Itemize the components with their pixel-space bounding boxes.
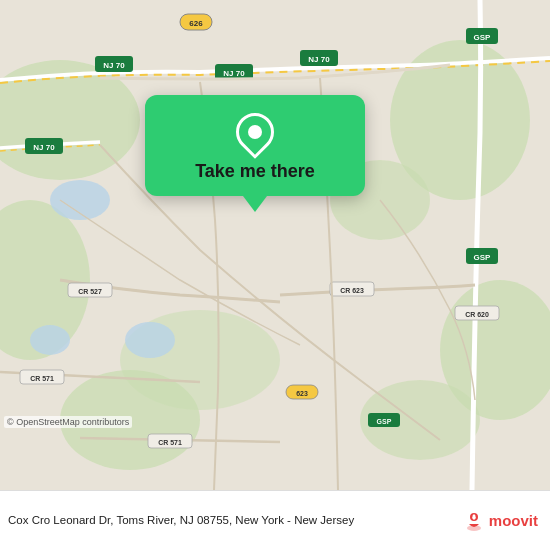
- map-container: NJ 70 NJ 70 NJ 70 NJ 70 GSP GSP 626 CR 5…: [0, 0, 550, 490]
- svg-text:626: 626: [189, 19, 203, 28]
- bottom-bar: Cox Cro Leonard Dr, Toms River, NJ 08755…: [0, 490, 550, 550]
- popup-label[interactable]: Take me there: [195, 161, 315, 182]
- location-pin: [228, 105, 282, 159]
- svg-text:GSP: GSP: [474, 253, 492, 262]
- svg-text:CR 527: CR 527: [78, 288, 102, 295]
- svg-text:NJ 70: NJ 70: [33, 143, 55, 152]
- svg-text:CR 620: CR 620: [465, 311, 489, 318]
- svg-text:NJ 70: NJ 70: [223, 69, 245, 78]
- svg-point-10: [125, 322, 175, 358]
- pin-inner: [248, 125, 262, 139]
- svg-text:CR 623: CR 623: [340, 287, 364, 294]
- svg-point-11: [30, 325, 70, 355]
- map-popup[interactable]: Take me there: [145, 95, 365, 196]
- moovit-text: moovit: [489, 512, 538, 529]
- svg-text:CR 571: CR 571: [158, 439, 182, 446]
- svg-text:NJ 70: NJ 70: [103, 61, 125, 70]
- svg-text:GSP: GSP: [377, 418, 392, 425]
- moovit-icon: [463, 510, 485, 532]
- svg-text:GSP: GSP: [474, 33, 492, 42]
- moovit-logo: moovit: [463, 510, 538, 532]
- svg-text:623: 623: [296, 390, 308, 397]
- map-attribution: © OpenStreetMap contributors: [4, 416, 132, 428]
- svg-text:NJ 70: NJ 70: [308, 55, 330, 64]
- svg-text:CR 571: CR 571: [30, 375, 54, 382]
- address-text: Cox Cro Leonard Dr, Toms River, NJ 08755…: [8, 512, 463, 528]
